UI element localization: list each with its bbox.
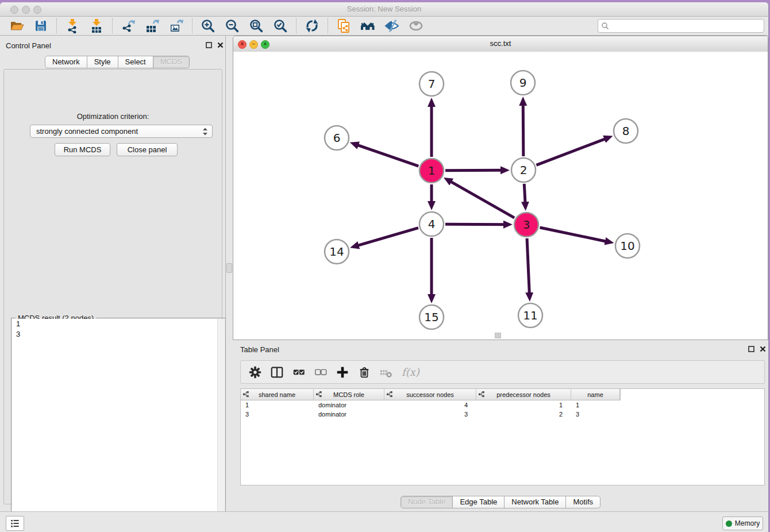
graph-node-2[interactable]: 2 xyxy=(511,158,536,182)
optimization-value: strongly connected component xyxy=(36,127,138,136)
tab-edge-table[interactable]: Edge Table xyxy=(453,496,505,508)
select-all-rows-button[interactable] xyxy=(290,364,307,380)
column-header-shared-name[interactable]: shared name xyxy=(241,389,314,400)
optimization-select[interactable]: strongly connected component xyxy=(30,125,213,138)
task-history-button[interactable] xyxy=(6,516,24,531)
toolbar-separator xyxy=(192,18,192,33)
graph-edge-2-8[interactable] xyxy=(536,139,605,165)
annotations-button[interactable] xyxy=(408,18,424,34)
close-panel-icon[interactable] xyxy=(217,42,224,48)
graph-node-6[interactable]: 6 xyxy=(325,126,349,150)
network-from-file-button[interactable] xyxy=(336,18,352,34)
tab-node-table[interactable]: Node Table xyxy=(401,496,453,508)
graph-node-1[interactable]: 1 xyxy=(419,159,444,183)
graph-edge-3-10[interactable] xyxy=(540,228,606,241)
tab-network-table[interactable]: Network Table xyxy=(505,496,566,508)
control-panel-title: Control Panel xyxy=(6,41,51,50)
import-network-icon xyxy=(65,18,80,33)
mcds-panel: Optimization criterion: strongly connect… xyxy=(3,69,222,504)
tab-select[interactable]: Select xyxy=(118,56,153,68)
table-row[interactable]: 3dominator323 xyxy=(240,410,619,419)
open-session-button[interactable] xyxy=(9,18,25,34)
graph-edge-2-9[interactable] xyxy=(523,105,523,156)
import-network-button[interactable] xyxy=(64,18,80,34)
table-settings-button[interactable] xyxy=(247,364,264,380)
save-session-button[interactable] xyxy=(33,18,49,34)
export-network-button[interactable] xyxy=(120,18,136,34)
export-image-button[interactable] xyxy=(168,18,184,34)
canvas-scroll-nub[interactable] xyxy=(495,333,501,338)
optimization-label: Optimization criterion: xyxy=(4,112,222,121)
import-table-icon xyxy=(89,18,104,33)
network-title: scc.txt xyxy=(233,39,768,48)
column-header-mcds-role[interactable]: MCDS role xyxy=(314,389,384,400)
column-header-predecessor-nodes[interactable]: predecessor nodes xyxy=(476,389,571,400)
graph-node-3[interactable]: 3 xyxy=(514,213,538,237)
float-table-panel-icon[interactable] xyxy=(748,346,754,352)
graph-edge-3-11[interactable] xyxy=(527,238,529,294)
apply-layout-button[interactable] xyxy=(304,18,320,34)
svg-text:10: 10 xyxy=(620,239,634,253)
network-titlebar[interactable]: × − + scc.txt xyxy=(233,36,768,52)
svg-text:15: 15 xyxy=(424,310,438,324)
table-cell: 3 xyxy=(384,410,476,419)
graph-edge-2-3[interactable] xyxy=(524,184,525,203)
delete-column-button[interactable] xyxy=(356,364,373,380)
graph-edge-3-1[interactable] xyxy=(451,182,514,218)
zoom-in-button[interactable] xyxy=(200,18,216,34)
column-label: successor nodes xyxy=(406,391,454,398)
float-panel-icon[interactable] xyxy=(206,42,212,48)
graph-edge-4-14[interactable] xyxy=(357,228,418,246)
import-table-button[interactable] xyxy=(88,18,105,34)
tab-mcds[interactable]: MCDS xyxy=(153,56,190,68)
mcds-result-item[interactable]: 1 xyxy=(12,319,217,329)
column-header-name[interactable]: name xyxy=(571,389,620,400)
graph-node-14[interactable]: 14 xyxy=(325,240,349,264)
main-titlebar[interactable]: Session: New Session xyxy=(0,2,768,17)
show-columns-button[interactable] xyxy=(268,364,286,380)
function-builder-button[interactable]: f(x) xyxy=(402,366,419,378)
delete-table-button[interactable] xyxy=(378,364,395,380)
network-canvas[interactable]: 7968124314101511 xyxy=(233,52,768,340)
deselect-all-icon xyxy=(314,365,328,379)
mcds-result-list[interactable]: 13 xyxy=(12,319,217,527)
mcds-result-item[interactable]: 3 xyxy=(12,329,217,340)
panel-splitter-handle[interactable] xyxy=(226,263,232,273)
graph-node-11[interactable]: 11 xyxy=(518,303,542,327)
table-cell: dominator xyxy=(313,410,384,419)
graph-edge-4-3[interactable] xyxy=(445,224,505,225)
graph-node-4[interactable]: 4 xyxy=(419,212,444,236)
tab-style[interactable]: Style xyxy=(87,56,118,68)
welcome-screen-button[interactable] xyxy=(360,18,376,34)
open-folder-icon xyxy=(9,18,24,33)
graph-node-9[interactable]: 9 xyxy=(511,71,535,95)
graph-node-10[interactable]: 10 xyxy=(615,234,640,258)
close-panel-button[interactable]: Close panel xyxy=(117,143,178,156)
column-header-successor-nodes[interactable]: successor nodes xyxy=(384,389,476,400)
zoom-fit-button[interactable] xyxy=(248,18,264,34)
deselect-all-rows-button[interactable] xyxy=(312,364,329,380)
search-input[interactable] xyxy=(612,20,764,32)
table-toolbar: f(x) xyxy=(240,360,765,384)
zoom-out-button[interactable] xyxy=(224,18,240,34)
export-table-button[interactable] xyxy=(144,18,160,34)
tab-motifs[interactable]: Motifs xyxy=(566,496,600,508)
table-row[interactable]: 1dominator411 xyxy=(240,400,619,410)
search-field[interactable] xyxy=(598,19,764,33)
zoom-selected-button[interactable] xyxy=(272,18,288,34)
graph-node-8[interactable]: 8 xyxy=(614,119,638,143)
create-column-button[interactable] xyxy=(334,364,351,380)
graphics-details-button[interactable] xyxy=(384,18,400,34)
graph-edge-1-2[interactable] xyxy=(445,170,502,171)
graph-node-7[interactable]: 7 xyxy=(419,72,444,96)
svg-text:11: 11 xyxy=(523,309,537,322)
memory-button[interactable]: Memory xyxy=(722,516,763,530)
graph-edge-1-6[interactable] xyxy=(357,145,418,166)
tab-network[interactable]: Network xyxy=(45,56,87,68)
memory-status-icon xyxy=(726,521,732,527)
table-panel-title: Table Panel xyxy=(240,345,279,354)
result-vertical-scrollbar[interactable] xyxy=(217,319,225,527)
run-mcds-button[interactable]: Run MCDS xyxy=(55,143,110,156)
graph-node-15[interactable]: 15 xyxy=(419,305,444,329)
close-table-panel-icon[interactable] xyxy=(760,346,766,352)
